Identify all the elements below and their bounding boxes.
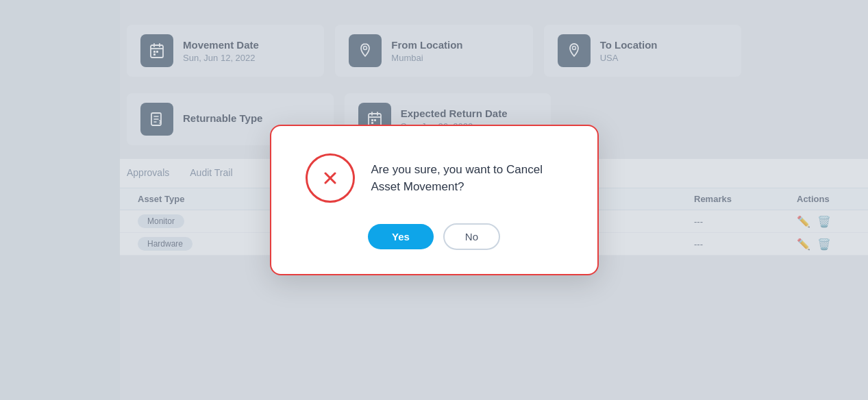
no-button[interactable]: No	[443, 223, 500, 250]
dialog-message: Are you sure, you want to Cancel Asset M…	[371, 161, 563, 196]
dialog-buttons: Yes No	[368, 223, 500, 250]
yes-button[interactable]: Yes	[368, 224, 434, 249]
confirm-dialog: Are you sure, you want to Cancel Asset M…	[270, 125, 599, 275]
dialog-top: Are you sure, you want to Cancel Asset M…	[306, 153, 563, 203]
dialog-error-icon	[306, 153, 355, 203]
modal-overlay: Are you sure, you want to Cancel Asset M…	[0, 0, 868, 400]
